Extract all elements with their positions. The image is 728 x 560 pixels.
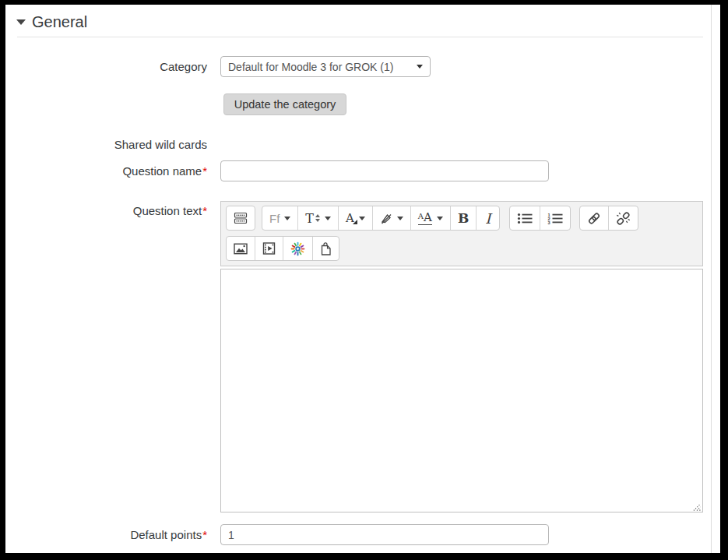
chevron-down-icon: [397, 217, 403, 220]
manage-files-icon: [320, 242, 332, 255]
ordered-list-button[interactable]: 123: [540, 206, 570, 230]
font-size-arrows-icon: [315, 214, 320, 222]
unlink-button[interactable]: [609, 206, 638, 230]
question-text-editor[interactable]: [220, 269, 703, 512]
manage-files-button[interactable]: [313, 237, 339, 260]
question-name-label: Question name*: [5, 160, 207, 181]
toolbar-group-media: [226, 236, 339, 261]
link-button[interactable]: [580, 206, 609, 230]
question-text-label: Question text*: [5, 200, 207, 221]
font-family-button[interactable]: Ff: [262, 206, 298, 230]
font-size-button[interactable]: T: [298, 206, 339, 230]
required-marker: *: [202, 204, 207, 217]
category-select[interactable]: Default for Moodle 3 for GROK (1): [220, 56, 431, 77]
emoji-picker-button[interactable]: [283, 237, 313, 260]
italic-button[interactable]: I: [477, 206, 499, 230]
question-name-input[interactable]: [220, 160, 549, 181]
default-points-input[interactable]: [220, 524, 549, 545]
bullet-list-button[interactable]: [510, 206, 540, 230]
show-more-buttons-icon: [234, 212, 248, 224]
chevron-down-icon: [284, 217, 290, 220]
toolbar-row-1: Ff T A: [226, 206, 702, 231]
required-marker: *: [202, 528, 207, 541]
svg-text:3: 3: [548, 220, 550, 224]
default-points-label: Default points*: [5, 524, 207, 545]
section-divider: [17, 37, 703, 37]
chevron-down-icon: [359, 217, 365, 220]
bold-button[interactable]: B: [451, 206, 477, 230]
unlink-icon: [616, 212, 631, 225]
highlight-pen-icon: [380, 213, 392, 224]
chevron-down-icon: [417, 65, 423, 69]
toolbar-row-2: [226, 236, 702, 261]
editor-toolbar: Ff T A: [220, 201, 703, 266]
image-icon: [234, 243, 248, 255]
show-more-buttons-button[interactable]: [227, 206, 255, 230]
highlight-color-button[interactable]: [373, 206, 411, 230]
collapse-caret-icon: [16, 19, 26, 25]
text-case-icon: AA: [418, 212, 432, 225]
insert-media-button[interactable]: [255, 237, 283, 260]
ordered-list-icon: 123: [547, 213, 563, 224]
text-case-button[interactable]: AA: [411, 206, 451, 230]
bullet-list-icon: [517, 213, 533, 224]
font-color-corner-icon: [353, 220, 357, 224]
category-label: Category: [5, 56, 207, 77]
required-marker: *: [202, 164, 207, 178]
media-icon: [262, 242, 276, 255]
resize-handle[interactable]: [691, 501, 702, 511]
link-icon: [587, 212, 601, 225]
section-toggle-general[interactable]: General: [16, 13, 87, 31]
content-right-divider: [711, 5, 712, 553]
toolbar-group-text: Ff T A: [262, 206, 500, 231]
category-selected-value: Default for Moodle 3 for GROK (1): [228, 61, 393, 73]
insert-image-button[interactable]: [227, 237, 255, 260]
update-category-button[interactable]: Update the category: [223, 93, 346, 115]
toolbar-group-lists: 123: [509, 206, 571, 231]
section-title: General: [32, 13, 87, 31]
chevron-down-icon: [437, 217, 443, 220]
form-page: General Category Default for Moodle 3 fo…: [5, 5, 720, 553]
shared-wild-cards-label: Shared wild cards: [5, 134, 207, 155]
chevron-down-icon: [325, 217, 331, 220]
toolbar-group-links: [579, 206, 638, 231]
emoji-picker-icon: [290, 241, 305, 256]
font-color-button[interactable]: A: [339, 206, 373, 230]
toolbar-group-collapse: [226, 206, 255, 231]
